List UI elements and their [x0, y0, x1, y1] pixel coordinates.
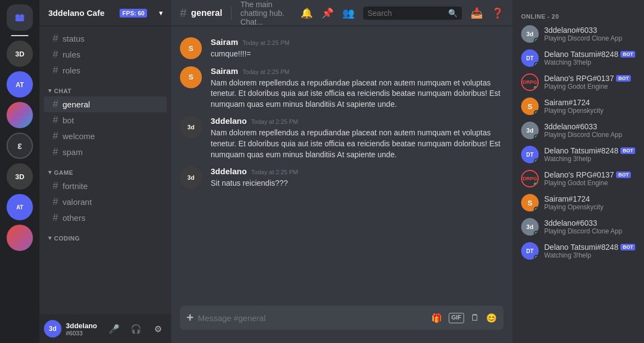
member-item[interactable]: DRPG Delano's RPG#0137 BOT Playing Godot… — [517, 70, 640, 94]
category-game[interactable]: ▾ GAME — [39, 160, 171, 178]
avatar: DRPG — [521, 73, 539, 91]
message-author[interactable]: 3ddelano — [211, 167, 247, 176]
channel-item-roles[interactable]: # roles — [44, 62, 167, 78]
message-text: cumque!!!!= — [211, 49, 504, 60]
message-author[interactable]: Sairam — [211, 37, 238, 47]
server-icon-main[interactable] — [7, 4, 33, 31]
bot-badge: BOT — [616, 172, 631, 178]
search-icon: 🔍 — [448, 9, 457, 18]
channel-item-others[interactable]: # others — [44, 210, 167, 226]
message-author[interactable]: Sairam — [211, 66, 238, 76]
member-item[interactable]: 3d 3ddelano#6033 Playing Discord Clone A… — [517, 215, 640, 239]
message-group: 3d 3ddelano Today at 2:25 PM Nam dolorem… — [180, 114, 504, 162]
channel-item-welcome[interactable]: # welcome — [44, 128, 167, 144]
hash-icon: # — [53, 180, 58, 192]
message-content: 3ddelano Today at 2:25 PM Sit natus reic… — [211, 167, 504, 189]
message-timestamp: Today at 2:25 PM — [242, 39, 290, 46]
hash-icon: # — [53, 146, 58, 158]
channel-item-valorant[interactable]: # valorant — [44, 194, 167, 210]
member-item[interactable]: S Sairam#1724 Playing Openskycity — [517, 94, 640, 118]
server-icon-awesome[interactable]: AT — [7, 71, 33, 98]
search-box[interactable]: 🔍 — [363, 7, 462, 20]
headset-button[interactable]: 🎧 — [127, 320, 145, 338]
message-header: 3ddelano Today at 2:25 PM — [211, 116, 504, 125]
message-text: Sit natus reiciendis??? — [211, 178, 504, 189]
message-group: S Sairam Today at 2:25 PM Nam dolorem re… — [180, 64, 504, 112]
avatar: DRPG — [521, 170, 539, 187]
channel-item-bot[interactable]: # bot — [44, 112, 167, 128]
member-item[interactable]: 3d 3ddelano#6033 Playing Discord Clone A… — [517, 118, 640, 142]
member-name: Delano Tatsumi#8248 BOT — [544, 146, 635, 155]
messages-container: S Sairam Today at 2:25 PM cumque!!!!= S … — [171, 26, 512, 306]
sticker-icon[interactable] — [471, 313, 479, 323]
bot-badge: BOT — [620, 244, 635, 250]
message-header: Sairam Today at 2:25 PM — [211, 66, 504, 76]
settings-button[interactable]: ⚙ — [149, 320, 167, 338]
channel-item-general[interactable]: # general — [44, 96, 167, 112]
notification-bell-icon[interactable]: 🔔 — [301, 7, 313, 19]
message-group: 3d 3ddelano Today at 2:25 PM Sit natus r… — [180, 164, 504, 191]
gif-button[interactable]: GIF — [449, 313, 464, 323]
server-sidebar: 3D AT ε 3D AT — [0, 0, 39, 343]
server-icon-3d-2[interactable]: 3D — [7, 163, 33, 190]
channel-label: welcome — [63, 132, 95, 141]
collapse-icon: ▾ — [48, 169, 52, 176]
chat-header: # general The main chatting hub. Chat...… — [171, 0, 512, 26]
help-icon[interactable]: ❓ — [492, 7, 504, 19]
server-header[interactable]: 3ddelano Cafe FPS: 60 ▾ — [39, 0, 171, 26]
avatar: 3d — [521, 122, 539, 139]
microphone-button[interactable]: 🎤 — [105, 320, 123, 338]
member-status: Watching 3!help — [544, 59, 635, 66]
server-icon-colorful-2[interactable] — [7, 225, 33, 251]
channel-item-status[interactable]: # status — [44, 31, 167, 47]
category-chat[interactable]: ▾ CHAT — [39, 78, 171, 96]
member-status: Playing Godot Engine — [544, 83, 635, 90]
add-attachment-button[interactable]: + — [187, 311, 194, 325]
chevron-down-icon: ▾ — [159, 9, 162, 17]
channel-label: bot — [63, 116, 74, 125]
hash-icon: # — [53, 49, 58, 60]
member-item[interactable]: 3d 3ddelano#6033 Playing Discord Clone A… — [517, 22, 640, 46]
channel-item-fortnite[interactable]: # fortnite — [44, 178, 167, 194]
input-icons: GIF — [431, 313, 497, 323]
members-icon[interactable]: 👥 — [342, 7, 354, 19]
server-icon-3d[interactable]: 3D — [7, 41, 33, 67]
member-item[interactable]: DT Delano Tatsumi#8248 BOT Watching 3!he… — [517, 239, 640, 263]
avatar: 3d — [44, 320, 61, 338]
user-area: 3d 3ddelano #6033 🎤 🎧 ⚙ — [39, 315, 171, 343]
server-icon-colorful[interactable] — [7, 102, 33, 128]
message-timestamp: Today at 2:25 PM — [242, 68, 290, 75]
server-icon-epsilon[interactable]: ε — [7, 133, 33, 159]
pin-icon[interactable]: 📌 — [321, 7, 334, 19]
category-coding[interactable]: ▾ CODING — [39, 226, 171, 244]
member-item[interactable]: DT Delano Tatsumi#8248 BOT Watching 3!he… — [517, 142, 640, 167]
message-author[interactable]: 3ddelano — [211, 116, 247, 125]
avatar: DT — [521, 146, 539, 163]
member-item[interactable]: DRPG Delano's RPG#0137 BOT Playing Godot… — [517, 167, 640, 191]
channel-label: fortnite — [63, 181, 88, 191]
server-icon-awesome-2[interactable]: AT — [7, 194, 33, 220]
emoji-icon[interactable] — [486, 313, 497, 323]
channel-item-rules[interactable]: # rules — [44, 47, 167, 62]
member-info: 3ddelano#6033 Playing Discord Clone App — [544, 122, 635, 139]
channel-item-spam[interactable]: # spam — [44, 144, 167, 160]
message-timestamp: Today at 2:25 PM — [251, 118, 298, 125]
avatar: 3d — [180, 116, 202, 138]
search-input[interactable] — [368, 9, 446, 18]
avatar: 3d — [521, 25, 539, 43]
channels-list: # status # rules # roles ▾ CHAT # genera… — [39, 26, 171, 315]
avatar: 3d — [521, 218, 539, 236]
message-input[interactable] — [198, 313, 427, 323]
header-divider — [231, 7, 231, 20]
online-count: ONLINE - 20 — [517, 9, 640, 22]
member-item[interactable]: S Sairam#1724 Playing Openskycity — [517, 191, 640, 215]
member-item[interactable]: DT Delano Tatsumi#8248 BOT Watching 3!he… — [517, 46, 640, 70]
gift-icon[interactable] — [431, 313, 442, 323]
main-content: 3ddelano Cafe FPS: 60 ▾ # status # rules… — [39, 0, 644, 343]
inbox-icon[interactable]: 📥 — [471, 7, 483, 19]
message-content: 3ddelano Today at 2:25 PM Nam dolorem re… — [211, 116, 504, 160]
member-status: Playing Openskycity — [544, 203, 635, 211]
members-sidebar: ONLINE - 20 3d 3ddelano#6033 Playing Dis… — [512, 0, 644, 343]
fps-badge: FPS: 60 — [120, 9, 147, 18]
member-info: Delano's RPG#0137 BOT Playing Godot Engi… — [544, 170, 635, 187]
